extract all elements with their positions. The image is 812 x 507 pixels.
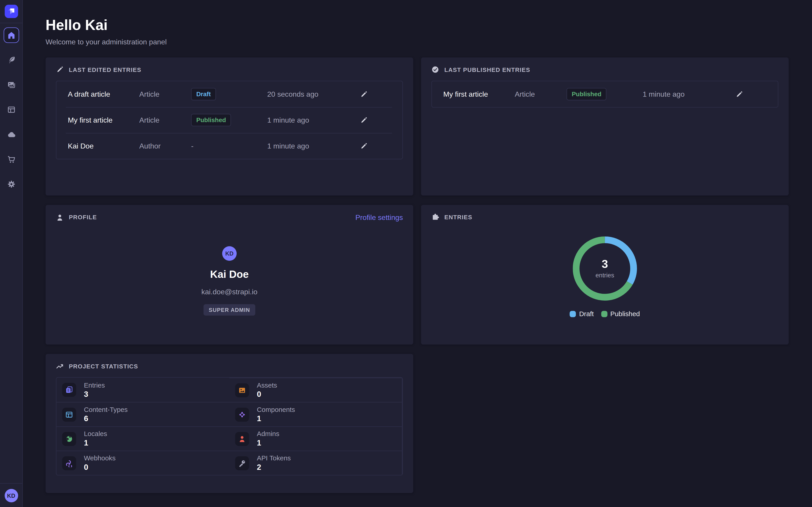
- table-row: A draft article Article Draft 20 seconds…: [56, 81, 402, 107]
- stat-icon: [235, 383, 249, 397]
- stat-value: 1: [84, 438, 107, 448]
- entry-updated-time: 20 seconds ago: [267, 90, 360, 98]
- stat-label: Webhooks: [84, 454, 115, 463]
- card-header: LAST EDITED ENTRIES: [56, 66, 403, 73]
- entries-count-label: entries: [596, 272, 614, 279]
- sidebar-divider: [0, 483, 22, 484]
- pencil-icon: [56, 66, 64, 73]
- table-row: My first article Article Published 1 min…: [432, 81, 778, 107]
- stat-icon: [62, 407, 76, 421]
- card-title: PROFILE: [69, 214, 97, 221]
- entry-type: Article: [139, 116, 191, 124]
- strapi-logo[interactable]: [4, 5, 18, 18]
- pencil-icon: [735, 90, 745, 98]
- last-published-entries-card: LAST PUBLISHED ENTRIES My first article …: [421, 57, 789, 195]
- chart-legend: Draft Published: [432, 310, 778, 318]
- entry-type: Author: [139, 142, 191, 150]
- entries-chart-card: ENTRIES 3 entries: [421, 205, 789, 344]
- sidebar-bottom: KD: [0, 483, 22, 507]
- pencil-icon: [360, 116, 369, 124]
- stat-value: 0: [84, 463, 115, 472]
- entry-name: A draft article: [68, 90, 139, 98]
- profile-card: PROFILE Profile settings KD Kai Doe kai.…: [46, 205, 413, 344]
- profile-email: kai.doe@strapi.io: [201, 288, 258, 296]
- stat-value: 0: [257, 390, 277, 399]
- edit-entry-button[interactable]: [360, 141, 369, 151]
- stat-icon: [235, 432, 249, 446]
- legend-color-chip: [601, 311, 607, 317]
- legend-item: Draft: [570, 310, 594, 318]
- pencil-icon: [360, 90, 369, 98]
- avatar: KD: [222, 246, 237, 261]
- entry-name: My first article: [443, 90, 515, 98]
- user-icon: [56, 213, 64, 221]
- entry-updated-time: 1 minute ago: [267, 142, 360, 150]
- puzzle-icon: [432, 213, 439, 221]
- sidebar-item-content-type-builder[interactable]: [3, 102, 19, 117]
- card-header: PROJECT STATISTICS: [56, 362, 403, 370]
- stat-label: Content-Types: [84, 406, 128, 414]
- legend-color-chip: [570, 311, 576, 317]
- stat-icon: [62, 383, 76, 397]
- stat-icon: [62, 456, 76, 470]
- card-header: PROFILE Profile settings: [56, 213, 403, 222]
- sidebar: KD: [0, 0, 23, 507]
- widgets-grid: LAST EDITED ENTRIES A draft article Arti…: [46, 57, 789, 493]
- role-badge: SUPER ADMIN: [204, 304, 255, 316]
- strapi-admin-home: KD Hello Kai Welcome to your administrat…: [0, 0, 812, 507]
- stat-item: API Tokens 2: [230, 451, 402, 475]
- stat-label: Admins: [257, 430, 280, 438]
- entries-count: 3: [602, 258, 608, 271]
- sidebar-item-media-library[interactable]: [3, 77, 19, 93]
- entry-type: Article: [515, 90, 567, 98]
- stat-item: Entries 3: [56, 378, 230, 402]
- table-row: My first article Article Published 1 min…: [56, 107, 402, 133]
- statistics-table: Entries 3 Assets 0: [56, 377, 403, 475]
- sidebar-item-content-manager[interactable]: [3, 52, 19, 68]
- entry-published-time: 1 minute ago: [643, 90, 735, 98]
- sidebar-item-home[interactable]: [3, 27, 19, 43]
- stat-item: Locales 1: [56, 426, 230, 451]
- sidebar-item-marketplace[interactable]: [3, 152, 19, 167]
- edit-entry-button[interactable]: [360, 90, 369, 99]
- stat-label: Locales: [84, 430, 107, 438]
- status-badge: -: [191, 142, 194, 150]
- profile-body: KD Kai Doe kai.doe@strapi.io SUPER ADMIN: [56, 222, 403, 316]
- status-badge: Draft: [191, 88, 216, 100]
- donut-center: 3 entries: [573, 236, 637, 300]
- page-title: Hello Kai: [46, 16, 789, 34]
- card-header: LAST PUBLISHED ENTRIES: [432, 66, 778, 73]
- stat-item: Admins 1: [230, 426, 402, 451]
- table-row: Kai Doe Author - 1 minute ago: [56, 133, 402, 159]
- legend-label: Draft: [579, 310, 594, 318]
- sidebar-item-deploy[interactable]: [3, 127, 19, 143]
- check-circle-icon: [432, 66, 439, 73]
- card-title: LAST EDITED ENTRIES: [69, 66, 141, 73]
- profile-name: Kai Doe: [210, 269, 249, 281]
- last-edited-entries-card: LAST EDITED ENTRIES A draft article Arti…: [46, 57, 413, 195]
- legend-label: Published: [610, 310, 640, 318]
- stat-item: Assets 0: [230, 378, 402, 402]
- stat-value: 1: [257, 438, 280, 448]
- stat-value: 6: [84, 414, 128, 423]
- pencil-icon: [360, 142, 369, 150]
- last-published-table: My first article Article Published 1 min…: [432, 81, 778, 108]
- stat-item: Components 1: [230, 402, 402, 426]
- card-title: ENTRIES: [444, 214, 472, 220]
- stat-value: 2: [257, 463, 291, 472]
- edit-entry-button[interactable]: [360, 115, 369, 125]
- stat-label: Entries: [84, 381, 105, 389]
- stat-icon: [235, 407, 249, 421]
- strapi-logo-icon: [4, 5, 18, 18]
- entry-updated-time: 1 minute ago: [267, 116, 360, 124]
- main-content: Hello Kai Welcome to your administration…: [23, 0, 812, 507]
- edit-entry-button[interactable]: [735, 90, 745, 99]
- card-title: PROJECT STATISTICS: [69, 363, 138, 369]
- sidebar-nav: [0, 23, 22, 192]
- sidebar-item-settings[interactable]: [3, 176, 19, 192]
- last-edited-table: A draft article Article Draft 20 seconds…: [56, 81, 403, 159]
- entry-name: Kai Doe: [68, 142, 139, 150]
- user-avatar[interactable]: KD: [4, 489, 18, 503]
- profile-settings-link[interactable]: Profile settings: [355, 213, 403, 222]
- page-subtitle: Welcome to your administration panel: [46, 38, 789, 46]
